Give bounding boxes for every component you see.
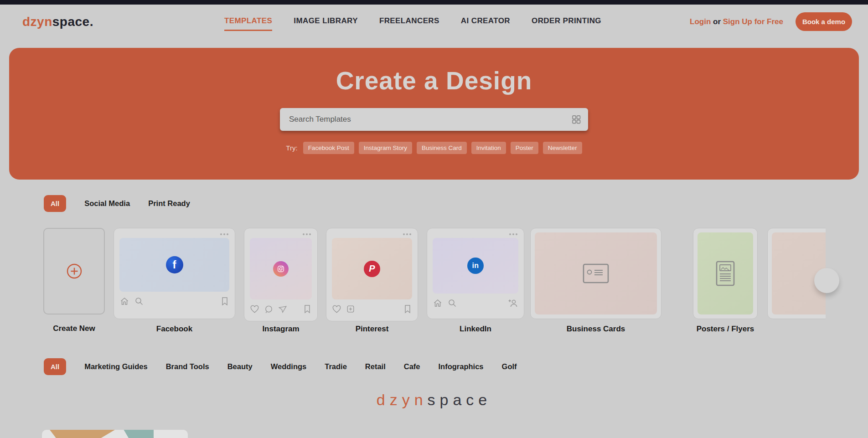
nav-item-templates[interactable]: TEMPLATES	[224, 16, 272, 31]
logo-part-1: dzyn	[22, 15, 52, 29]
more-options-icon[interactable]	[119, 232, 229, 237]
comment-icon	[264, 304, 274, 314]
template-create-new: Create New	[43, 228, 105, 333]
poster-document-icon	[716, 261, 735, 286]
carousel-next-button[interactable]	[814, 268, 839, 293]
logo-part-2: space.	[52, 15, 93, 29]
business-card-icon	[583, 263, 609, 283]
pinterest-logo-icon: P	[364, 261, 380, 277]
try-label: Try:	[286, 144, 297, 152]
plus-circle-icon	[65, 262, 83, 280]
nav-item-ai-creator[interactable]: AI CREATOR	[461, 16, 510, 31]
category-cafe[interactable]: Cafe	[404, 362, 420, 371]
try-tag-newsletter[interactable]: Newsletter	[543, 142, 582, 154]
search-icon	[134, 296, 144, 306]
try-suggestions: Try: Facebook Post Instagram Story Busin…	[9, 142, 859, 154]
instagram-card[interactable]	[244, 228, 318, 321]
more-options-icon[interactable]	[250, 232, 312, 237]
try-tag-facebook-post[interactable]: Facebook Post	[303, 142, 354, 154]
or-text: or	[713, 17, 721, 26]
template-label: Create New	[43, 324, 105, 333]
linkedin-card[interactable]: in	[427, 228, 524, 319]
try-tag-invitation[interactable]: Invitation	[471, 142, 506, 154]
template-label: Facebook	[114, 325, 235, 334]
filter-social-media[interactable]: Social Media	[84, 199, 130, 208]
search-icon	[447, 298, 457, 308]
category-tradie[interactable]: Tradie	[325, 362, 347, 371]
primary-filter-tabs: All Social Media Print Ready	[44, 195, 190, 212]
bottom-partial-template[interactable]	[42, 430, 188, 438]
nav-item-freelancers[interactable]: FREELANCERS	[379, 16, 439, 31]
template-pinterest: P	[326, 228, 418, 334]
template-business-cards: Business Cards	[530, 228, 661, 334]
signup-link[interactable]: Sign Up for Free	[723, 17, 783, 26]
facebook-card[interactable]: f	[114, 228, 235, 319]
more-options-icon[interactable]	[433, 232, 518, 237]
category-marketing-guides[interactable]: Marketing Guides	[84, 362, 147, 371]
login-link[interactable]: Login	[690, 17, 711, 26]
nav-item-order-printing[interactable]: ORDER PRINTING	[532, 16, 601, 31]
template-label: Pinterest	[326, 325, 418, 334]
tan-shape	[46, 430, 115, 438]
pinterest-card[interactable]: P	[326, 228, 418, 321]
business-cards-card[interactable]	[530, 228, 661, 319]
category-weddings[interactable]: Weddings	[271, 362, 307, 371]
hero-section: Create a Design Try: Facebook Post Insta…	[9, 48, 859, 180]
create-new-card[interactable]	[43, 228, 105, 314]
loading-watermark: dzynspace	[0, 391, 868, 409]
instagram-thumbnail	[250, 238, 312, 299]
book-a-demo-button[interactable]: Book a demo	[796, 12, 852, 31]
template-label: Instagram	[244, 325, 318, 334]
template-search-bar[interactable]	[280, 108, 588, 131]
add-person-icon	[507, 298, 518, 308]
home-icon	[119, 296, 129, 306]
logo[interactable]: dzynspace.	[22, 15, 93, 29]
bookmark-icon	[220, 296, 229, 306]
watermark-part-2: space	[428, 391, 492, 408]
grid-icon[interactable]	[571, 114, 581, 124]
facebook-thumbnail: f	[119, 238, 229, 292]
search-input[interactable]	[289, 115, 571, 124]
template-label: Business Cards	[530, 325, 661, 334]
posters-flyers-card[interactable]	[693, 228, 758, 319]
more-options-icon[interactable]	[332, 232, 412, 237]
template-facebook: f	[114, 228, 235, 334]
add-box-icon	[346, 304, 355, 314]
linkedin-logo-icon: in	[467, 258, 484, 274]
category-retail[interactable]: Retail	[365, 362, 386, 371]
secondary-filter-tabs: All Marketing Guides Brand Tools Beauty …	[44, 358, 517, 375]
template-label: LinkedIn	[427, 325, 524, 334]
template-instagram: Instagram	[244, 228, 318, 334]
try-tag-poster[interactable]: Poster	[511, 142, 538, 154]
category-all[interactable]: All	[44, 358, 66, 375]
try-tag-instagram-story[interactable]: Instagram Story	[359, 142, 412, 154]
top-dark-strip	[0, 0, 868, 5]
business-cards-thumbnail	[535, 232, 657, 314]
template-label: Posters / Flyers	[693, 325, 758, 334]
category-beauty[interactable]: Beauty	[227, 362, 253, 371]
heart-icon	[332, 304, 341, 314]
posters-thumbnail	[698, 232, 753, 314]
watermark-part-1: dzyn	[377, 391, 428, 408]
bookmark-icon	[303, 304, 312, 314]
linkedin-thumbnail: in	[433, 238, 518, 294]
page: dzynspace. TEMPLATES IMAGE LIBRARY FREEL…	[0, 0, 868, 438]
category-brand-tools[interactable]: Brand Tools	[166, 362, 209, 371]
template-posters-flyers: Posters / Flyers	[693, 228, 758, 334]
template-linkedin: in	[427, 228, 524, 334]
filter-all[interactable]: All	[44, 195, 66, 212]
facebook-logo-icon: f	[166, 256, 183, 273]
send-icon	[278, 305, 287, 314]
bookmark-icon	[403, 304, 412, 314]
category-infographics[interactable]: Infographics	[439, 362, 484, 371]
page-title: Create a Design	[9, 66, 859, 95]
nav-item-image-library[interactable]: IMAGE LIBRARY	[294, 16, 358, 31]
teal-shape	[116, 430, 154, 438]
try-tag-business-card[interactable]: Business Card	[417, 142, 467, 154]
main-nav: TEMPLATES IMAGE LIBRARY FREELANCERS AI C…	[224, 16, 601, 31]
home-icon	[433, 298, 443, 308]
heart-icon	[250, 304, 259, 314]
filter-print-ready[interactable]: Print Ready	[148, 199, 190, 208]
instagram-logo-icon	[273, 261, 289, 277]
category-golf[interactable]: Golf	[502, 362, 517, 371]
